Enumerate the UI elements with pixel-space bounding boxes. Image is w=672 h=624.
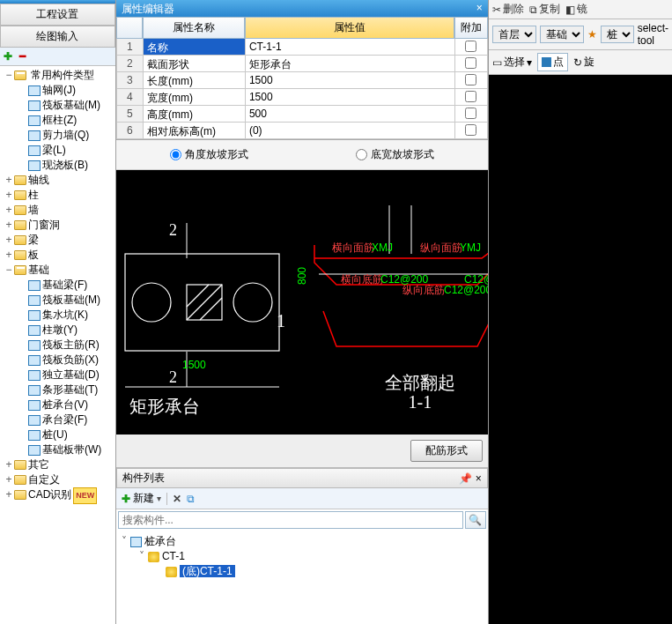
component-toolbar: ✚ 新建 ▾ ✕ ⧉ bbox=[116, 488, 488, 509]
comp-tree-item[interactable]: ˅CT-1 bbox=[118, 549, 486, 564]
tree-item[interactable]: 轴网(J) bbox=[4, 83, 115, 98]
chevron-down-icon[interactable]: ▾ bbox=[157, 494, 161, 503]
search-button[interactable]: 🔍 bbox=[465, 511, 486, 529]
close-icon[interactable]: × bbox=[476, 472, 482, 485]
svg-point-1 bbox=[132, 283, 171, 322]
prop-add-checkbox[interactable] bbox=[454, 89, 488, 106]
tree-group[interactable]: +柱 bbox=[2, 188, 115, 203]
sidebar-toolstrip: ✚ ━ bbox=[0, 48, 115, 66]
sidebar-section-drawing[interactable]: 绘图输入 bbox=[0, 26, 115, 48]
right-panel: ✂ 删除 ⧉ 复制 ◧ 镜 首层 基础 ★ 桩 select-tool ▭ 选择… bbox=[489, 0, 672, 624]
tree-item[interactable]: 筏板负筋(X) bbox=[4, 353, 115, 368]
tree-item[interactable]: 独立基础(D) bbox=[4, 368, 115, 383]
rotate-tool[interactable]: ↻ 旋 bbox=[573, 55, 594, 70]
delete-icon[interactable]: ✕ bbox=[173, 493, 181, 505]
radio-angle-slope[interactable]: 角度放坡形式 bbox=[170, 147, 248, 162]
prop-name: 宽度(mm) bbox=[143, 89, 245, 106]
node-icon bbox=[28, 340, 41, 351]
row-index: 2 bbox=[116, 56, 143, 72]
model-viewport[interactable] bbox=[489, 75, 672, 624]
sidebar-section-project[interactable]: 工程设置 bbox=[0, 4, 115, 26]
delete-tool[interactable]: ✂ 删除 bbox=[492, 2, 524, 17]
tree-node-common-root[interactable]: − 常用构件类型 轴网(J) 筏板基础(M) 框柱(Z) 剪力墙(Q) 梁(L)… bbox=[2, 68, 115, 173]
component-type-tree: − 常用构件类型 轴网(J) 筏板基础(M) 框柱(Z) 剪力墙(Q) 梁(L)… bbox=[0, 66, 115, 624]
tree-item[interactable]: 桩(U) bbox=[4, 427, 115, 442]
select-tool[interactable]: ▭ 选择 ▾ bbox=[492, 55, 532, 70]
prop-value[interactable]: 1500 bbox=[245, 72, 454, 89]
tree-item[interactable]: 筏板主筋(R) bbox=[4, 338, 115, 353]
prop-value[interactable]: 1500 bbox=[245, 89, 454, 106]
svg-text:C12@200: C12@200 bbox=[444, 284, 488, 296]
mirror-tool[interactable]: ◧ 镜 bbox=[565, 2, 587, 17]
copy-tool[interactable]: ⧉ 复制 bbox=[529, 2, 560, 17]
tree-group[interactable]: +其它 bbox=[2, 457, 115, 472]
tree-item[interactable]: 框柱(Z) bbox=[4, 113, 115, 128]
new-button[interactable]: ✚ 新建 ▾ bbox=[122, 491, 161, 506]
property-row[interactable]: 6相对底标高(m)(0) bbox=[116, 123, 488, 139]
category-select[interactable]: 基础 bbox=[540, 26, 584, 43]
property-row[interactable]: 5高度(mm)500 bbox=[116, 106, 488, 123]
prop-add-checkbox[interactable] bbox=[454, 106, 488, 123]
property-row[interactable]: 4宽度(mm)1500 bbox=[116, 89, 488, 106]
row-index: 1 bbox=[116, 39, 143, 56]
prop-value[interactable]: CT-1-1 bbox=[245, 39, 454, 56]
collapse-icon[interactable]: − bbox=[4, 68, 14, 83]
svg-text:XMJ: XMJ bbox=[372, 241, 393, 254]
comp-tree-root[interactable]: ˅桩承台 bbox=[118, 534, 486, 549]
section-drawing[interactable]: 1500 800 横向面筋XMJ 纵向面筋YMJ 横向底筋C12@200 bbox=[116, 170, 488, 435]
tree-item[interactable]: 筏板基础(M) bbox=[4, 293, 115, 308]
tree-group-foundation[interactable]: −基础 基础梁(F) 筏板基础(M) 集水坑(K) 柱墩(Y) 筏板主筋(R) … bbox=[2, 263, 115, 457]
tree-item[interactable]: 桩承台(V) bbox=[4, 397, 115, 412]
folder-icon bbox=[14, 250, 26, 260]
close-icon[interactable]: × bbox=[476, 2, 483, 15]
prop-add-checkbox[interactable] bbox=[454, 39, 488, 56]
minus-icon[interactable]: ━ bbox=[19, 50, 32, 63]
property-row[interactable]: 1名称CT-1-1 bbox=[116, 39, 488, 56]
prop-value[interactable]: 矩形承台 bbox=[245, 56, 454, 72]
tree-item[interactable]: 现浇板(B) bbox=[4, 158, 115, 173]
prop-value[interactable]: 500 bbox=[245, 106, 454, 123]
tree-group[interactable]: +梁 bbox=[2, 233, 115, 248]
tree-group[interactable]: +门窗洞 bbox=[2, 218, 115, 233]
floor-select[interactable]: 首层 bbox=[492, 26, 536, 43]
radio-width-slope[interactable]: 底宽放坡形式 bbox=[356, 147, 434, 162]
section-mark-2b: 2 bbox=[169, 368, 177, 387]
plus-icon[interactable]: ✚ bbox=[4, 50, 16, 63]
folder-icon bbox=[14, 205, 26, 215]
comp-tree-item-selected[interactable]: (底)CT-1-1 bbox=[118, 564, 486, 579]
pin-icon[interactable]: 📌 bbox=[459, 472, 472, 485]
node-icon bbox=[28, 145, 41, 156]
prop-add-checkbox[interactable] bbox=[454, 56, 488, 72]
tree-group-cad[interactable]: +CAD识别NEW bbox=[2, 487, 115, 504]
property-row[interactable]: 2截面形状矩形承台 bbox=[116, 56, 488, 72]
tree-item[interactable]: 筏板基础(M) bbox=[4, 98, 115, 113]
tree-item[interactable]: 柱墩(Y) bbox=[4, 323, 115, 338]
folder-icon bbox=[14, 71, 26, 80]
tree-item[interactable]: 条形基础(T) bbox=[4, 383, 115, 397]
search-input[interactable] bbox=[118, 511, 463, 529]
folder-icon bbox=[14, 235, 26, 245]
prop-add-checkbox[interactable] bbox=[454, 123, 488, 139]
tree-item[interactable]: 集水坑(K) bbox=[4, 308, 115, 323]
node-icon bbox=[28, 355, 41, 366]
svg-text:YMJ: YMJ bbox=[460, 241, 481, 254]
tree-group[interactable]: +自定义 bbox=[2, 472, 115, 487]
tree-item[interactable]: 梁(L) bbox=[4, 143, 115, 158]
rebar-form-button[interactable]: 配筋形式 bbox=[410, 440, 483, 462]
subtype-select[interactable]: 桩 bbox=[601, 26, 634, 43]
drawing-label-right-a: 全部翻起 bbox=[367, 371, 473, 395]
tree-group[interactable]: +板 bbox=[2, 248, 115, 263]
node-icon bbox=[28, 310, 41, 321]
prop-add-checkbox[interactable] bbox=[454, 72, 488, 89]
prop-value[interactable]: (0) bbox=[245, 123, 454, 139]
col-add: 附加 bbox=[454, 17, 488, 39]
tree-group[interactable]: +轴线 bbox=[2, 173, 115, 188]
property-row[interactable]: 3长度(mm)1500 bbox=[116, 72, 488, 89]
tree-item[interactable]: 剪力墙(Q) bbox=[4, 128, 115, 143]
copy-icon[interactable]: ⧉ bbox=[187, 493, 195, 505]
tree-item[interactable]: 基础板带(W) bbox=[4, 442, 115, 457]
tree-group[interactable]: +墙 bbox=[2, 203, 115, 218]
point-tool[interactable]: 点 bbox=[537, 53, 568, 71]
tree-item[interactable]: 承台梁(F) bbox=[4, 412, 115, 427]
tree-item[interactable]: 基础梁(F) bbox=[4, 278, 115, 293]
